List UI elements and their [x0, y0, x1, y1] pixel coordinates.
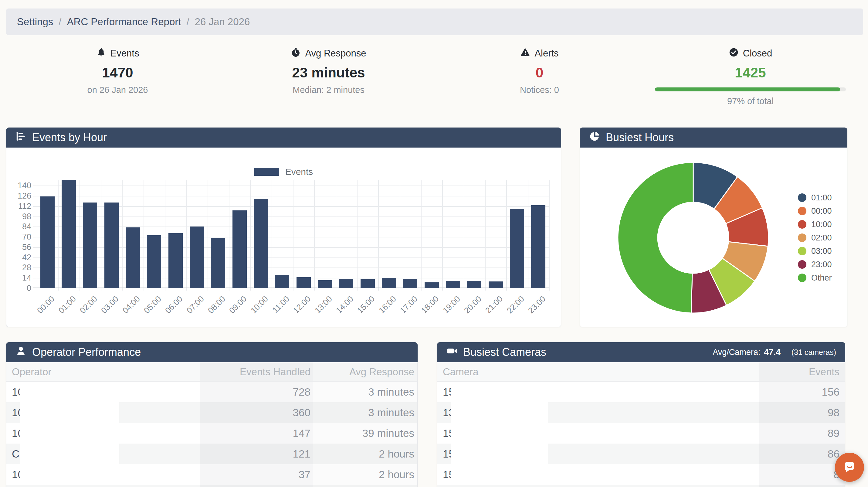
bar-08:00: [211, 238, 225, 288]
table-cell: 2 hours: [313, 444, 417, 464]
bar-06:00: [168, 233, 183, 288]
legend-color-dot: [798, 260, 806, 269]
events-by-hour-header: Events by Hour: [6, 127, 561, 148]
gridline-vertical: [314, 180, 315, 291]
column-header-operator: Operator: [6, 362, 200, 381]
bar-01:00: [62, 180, 76, 288]
y-tick-label: 56: [3, 242, 31, 252]
gridline-vertical: [80, 180, 80, 291]
legend-color-dot: [798, 274, 806, 282]
table-row: 15686: [437, 444, 845, 464]
busiest-hours-header: Busiest Hours: [580, 127, 847, 148]
legend-label: 23:00: [811, 260, 832, 269]
table-cell: 102: [6, 423, 200, 444]
gridline-horizontal: [33, 185, 549, 186]
stat-events: Events 1470 on 26 Jan 2026: [12, 48, 223, 106]
y-tick-label: 98: [3, 212, 31, 221]
donut-legend-item-00-00[interactable]: 00:00: [798, 206, 832, 216]
table-row: 102372 hours: [6, 464, 417, 485]
column-header-avg-response: Avg Response: [313, 362, 417, 381]
table-cell: 102: [6, 464, 200, 485]
legend-color-dot: [798, 220, 806, 229]
donut-legend-item-23-00[interactable]: 23:00: [798, 259, 832, 270]
table-cell: 360: [200, 402, 313, 423]
bar-20:00: [467, 281, 482, 288]
stat-avg-response-sub: Median: 2 minutes: [223, 85, 434, 95]
video-camera-icon: [446, 345, 458, 360]
redaction-overlay: [20, 402, 119, 423]
redaction-overlay: [451, 382, 548, 402]
table-cell: 156: [760, 382, 845, 402]
events-by-hour-panel: Events by Hour Events 014284256708498112…: [6, 127, 561, 327]
bar-chart-legend[interactable]: Events: [6, 167, 561, 177]
stat-avg-response: Avg Response 23 minutes Median: 2 minute…: [223, 48, 434, 106]
redaction-overlay: [451, 464, 548, 485]
gridline-vertical: [272, 180, 272, 291]
table-cell: 728: [200, 382, 313, 402]
gridline-vertical: [442, 180, 443, 291]
redaction-overlay: [20, 423, 119, 444]
breadcrumb-item-settings[interactable]: Settings: [17, 16, 53, 28]
bar-07:00: [190, 226, 204, 288]
table-cell: [200, 485, 313, 487]
stat-closed-label: Closed: [743, 48, 772, 59]
donut-legend-item-other[interactable]: Other: [798, 272, 832, 283]
donut-legend-item-01-00[interactable]: 01:00: [798, 192, 832, 203]
gridline-vertical: [485, 180, 486, 291]
donut-legend-item-03-00[interactable]: 03:00: [798, 246, 832, 256]
table-cell: 156: [437, 423, 760, 444]
breadcrumb-item-arc-performance-report[interactable]: ARC Performance Report: [67, 16, 181, 28]
column-header-events-handled: Events Handled: [200, 362, 313, 381]
chat-launcher-button[interactable]: [835, 453, 864, 482]
legend-label: 02:00: [811, 233, 832, 243]
table-cell: 39 minutes: [313, 423, 417, 444]
table-row: 1027283 minutes: [6, 382, 417, 402]
table-row: 1023603 minutes: [6, 402, 417, 423]
table-row: 151156: [437, 382, 845, 402]
y-tick-label: 28: [3, 263, 31, 272]
y-tick-label: 42: [3, 253, 31, 262]
gridline-vertical: [101, 180, 101, 291]
y-tick-label: 84: [3, 222, 31, 231]
events-legend-swatch: [254, 168, 279, 176]
donut-legend-item-02-00[interactable]: 02:00: [798, 232, 832, 243]
busiest-cameras-title: Busiest Cameras: [463, 346, 546, 359]
stat-alerts-header: Alerts: [434, 48, 645, 60]
stat-avg-response-value: 23 minutes: [223, 65, 434, 80]
legend-label: 00:00: [811, 207, 832, 216]
redaction-overlay: [451, 402, 548, 423]
donut-legend-item-10-00[interactable]: 10:00: [798, 219, 832, 230]
stat-closed: Closed 1425 97% of total: [645, 48, 856, 106]
stat-avg-response-header: Avg Response: [223, 48, 434, 60]
events-legend-label: Events: [285, 167, 313, 177]
gridline-vertical: [165, 180, 165, 291]
stat-alerts-label: Alerts: [534, 48, 558, 59]
table-row: [6, 485, 417, 487]
bar-12:00: [297, 277, 311, 288]
y-tick-label: 112: [3, 201, 31, 211]
legend-color-dot: [798, 234, 806, 242]
camera-table-body: 1511561319815689156861568: [437, 382, 845, 487]
busiest-hours-title: Busiest Hours: [606, 131, 674, 144]
camera-count: (31 cameras): [792, 348, 836, 357]
table-cell: [313, 485, 417, 487]
legend-color-dot: [798, 207, 806, 215]
bar-16:00: [382, 278, 396, 288]
bar-21:00: [489, 281, 503, 288]
gridline-vertical: [144, 180, 144, 291]
table-cell: 131: [437, 402, 760, 423]
stopwatch-icon: [291, 48, 301, 60]
table-row: Ch1212 hours: [6, 444, 417, 464]
stat-events-sub: on 26 Jan 2026: [12, 85, 223, 95]
column-header-events: Events: [760, 362, 845, 381]
table-cell: 147: [200, 423, 313, 444]
table-cell: 86: [760, 444, 845, 464]
y-tick-label: 140: [3, 181, 31, 190]
redaction-overlay: [20, 464, 119, 485]
table-cell: [437, 485, 760, 487]
table-cell: 89: [760, 423, 845, 444]
gridline-vertical: [229, 180, 229, 291]
warning-icon: [520, 48, 530, 60]
bar-09:00: [232, 210, 247, 288]
table-cell: 156: [437, 444, 760, 464]
